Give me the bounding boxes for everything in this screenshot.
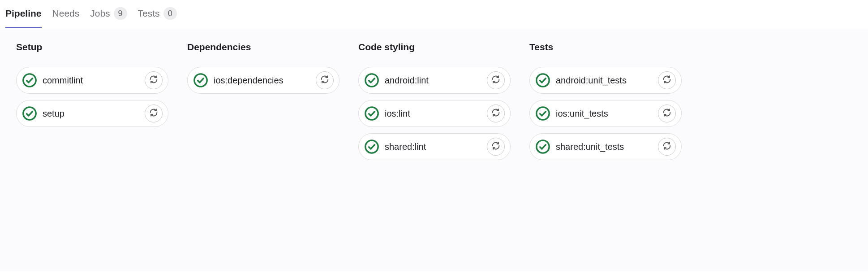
job-name: android:lint bbox=[385, 75, 481, 86]
job-list: android:lint ios:lint bbox=[358, 67, 511, 160]
tab-label: Jobs bbox=[90, 8, 110, 19]
svg-point-5 bbox=[365, 140, 378, 153]
job-item[interactable]: shared:lint bbox=[358, 133, 511, 160]
tab-tests[interactable]: Tests 0 bbox=[138, 7, 177, 29]
tab-label: Pipeline bbox=[5, 8, 42, 19]
svg-point-4 bbox=[365, 107, 378, 120]
status-passed-icon bbox=[364, 139, 379, 154]
status-passed-icon bbox=[22, 106, 37, 121]
job-item[interactable]: shared:unit_tests bbox=[529, 133, 682, 160]
svg-point-7 bbox=[537, 107, 549, 120]
status-passed-icon bbox=[193, 73, 208, 88]
job-name: ios:dependencies bbox=[214, 75, 310, 86]
retry-button[interactable] bbox=[316, 71, 334, 89]
retry-button[interactable] bbox=[487, 105, 505, 122]
job-name: android:unit_tests bbox=[556, 75, 653, 86]
job-item[interactable]: android:unit_tests bbox=[529, 67, 682, 94]
tab-label: Tests bbox=[138, 8, 160, 19]
stage-title: Setup bbox=[16, 42, 168, 52]
stage-title: Dependencies bbox=[187, 42, 339, 52]
retry-icon bbox=[662, 108, 672, 119]
retry-icon bbox=[149, 74, 159, 86]
status-passed-icon bbox=[535, 106, 550, 121]
status-passed-icon bbox=[535, 139, 550, 154]
svg-point-3 bbox=[365, 74, 378, 87]
retry-button[interactable] bbox=[487, 138, 505, 156]
retry-icon bbox=[662, 141, 672, 153]
retry-icon bbox=[320, 74, 330, 86]
job-item[interactable]: ios:lint bbox=[358, 100, 511, 127]
tab-badge: 9 bbox=[114, 7, 127, 20]
job-item[interactable]: commitlint bbox=[16, 67, 168, 94]
stage-title: Code styling bbox=[358, 42, 511, 52]
job-name: ios:unit_tests bbox=[556, 109, 653, 119]
stage-column: Code styling android:lint bbox=[358, 42, 511, 160]
retry-button[interactable] bbox=[658, 105, 676, 122]
retry-icon bbox=[491, 74, 501, 86]
retry-button[interactable] bbox=[145, 71, 163, 89]
stages-row: Setup commitlint bbox=[16, 42, 852, 160]
retry-button[interactable] bbox=[487, 71, 505, 89]
job-item[interactable]: setup bbox=[16, 100, 168, 127]
status-passed-icon bbox=[535, 73, 550, 88]
job-name: setup bbox=[43, 109, 139, 119]
job-name: shared:lint bbox=[385, 142, 481, 152]
svg-point-0 bbox=[23, 74, 36, 87]
stage-title: Tests bbox=[529, 42, 682, 52]
tabs-bar: Pipeline Needs Jobs 9 Tests 0 bbox=[0, 0, 868, 29]
retry-icon bbox=[491, 141, 501, 153]
job-item[interactable]: ios:dependencies bbox=[187, 67, 339, 94]
job-item[interactable]: android:lint bbox=[358, 67, 511, 94]
retry-icon bbox=[662, 74, 672, 86]
stage-column: Tests android:unit_tests bbox=[529, 42, 682, 160]
retry-icon bbox=[149, 108, 159, 119]
tab-label: Needs bbox=[52, 8, 80, 19]
job-item[interactable]: ios:unit_tests bbox=[529, 100, 682, 127]
tab-pipeline[interactable]: Pipeline bbox=[5, 8, 42, 28]
job-list: android:unit_tests ios:unit_tests bbox=[529, 67, 682, 160]
retry-button[interactable] bbox=[658, 71, 676, 89]
svg-point-1 bbox=[23, 107, 36, 120]
tab-badge: 0 bbox=[163, 7, 177, 20]
job-name: shared:unit_tests bbox=[556, 142, 653, 152]
job-name: ios:lint bbox=[385, 109, 481, 119]
stage-column: Dependencies ios:dependencies bbox=[187, 42, 339, 160]
tab-needs[interactable]: Needs bbox=[52, 8, 80, 28]
status-passed-icon bbox=[22, 73, 37, 88]
stage-column: Setup commitlint bbox=[16, 42, 168, 160]
svg-point-6 bbox=[537, 74, 549, 87]
retry-button[interactable] bbox=[658, 138, 676, 156]
svg-point-2 bbox=[194, 74, 207, 87]
svg-point-8 bbox=[537, 140, 549, 153]
retry-icon bbox=[491, 108, 501, 119]
job-list: ios:dependencies bbox=[187, 67, 339, 94]
status-passed-icon bbox=[364, 106, 379, 121]
job-name: commitlint bbox=[43, 75, 139, 86]
status-passed-icon bbox=[364, 73, 379, 88]
tab-jobs[interactable]: Jobs 9 bbox=[90, 7, 127, 29]
retry-button[interactable] bbox=[145, 105, 163, 122]
pipeline-graph: Setup commitlint bbox=[0, 29, 868, 271]
job-list: commitlint setup bbox=[16, 67, 168, 127]
